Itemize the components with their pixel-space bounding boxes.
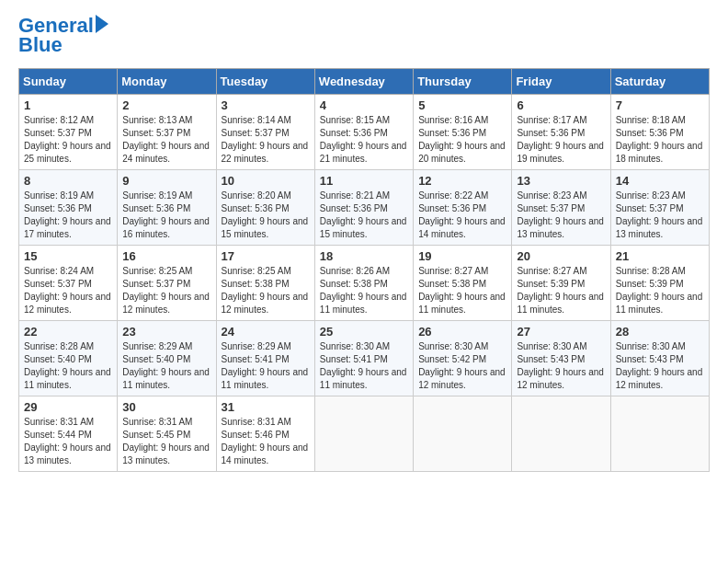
- cell-info: Sunrise: 8:31 AM Sunset: 5:46 PM Dayligh…: [222, 416, 310, 467]
- calendar-header-row: SundayMondayTuesdayWednesdayThursdayFrid…: [19, 69, 710, 95]
- calendar-day-cell: 22 Sunrise: 8:28 AM Sunset: 5:40 PM Dayl…: [19, 321, 118, 396]
- calendar-day-cell: 26 Sunrise: 8:30 AM Sunset: 5:42 PM Dayl…: [414, 321, 512, 396]
- day-number: 26: [418, 325, 506, 339]
- cell-info: Sunrise: 8:22 AM Sunset: 5:36 PM Dayligh…: [418, 190, 506, 241]
- calendar-day-cell: 10 Sunrise: 8:20 AM Sunset: 5:36 PM Dayl…: [216, 170, 314, 246]
- logo: General Blue: [18, 15, 108, 57]
- day-number: 7: [616, 98, 704, 112]
- weekday-header: Thursday: [414, 69, 512, 95]
- calendar-day-cell: 19 Sunrise: 8:27 AM Sunset: 5:38 PM Dayl…: [414, 246, 512, 321]
- calendar-day-cell: 31 Sunrise: 8:31 AM Sunset: 5:46 PM Dayl…: [216, 396, 314, 472]
- calendar-day-cell: 9 Sunrise: 8:19 AM Sunset: 5:36 PM Dayli…: [118, 170, 216, 246]
- day-number: 14: [616, 174, 704, 188]
- day-number: 22: [24, 325, 112, 339]
- calendar-day-cell: 23 Sunrise: 8:29 AM Sunset: 5:40 PM Dayl…: [118, 321, 216, 396]
- day-number: 15: [24, 249, 112, 263]
- calendar-day-cell: [610, 396, 709, 472]
- calendar-day-cell: 27 Sunrise: 8:30 AM Sunset: 5:43 PM Dayl…: [512, 321, 610, 396]
- calendar-day-cell: 13 Sunrise: 8:23 AM Sunset: 5:37 PM Dayl…: [512, 170, 610, 246]
- calendar-day-cell: 28 Sunrise: 8:30 AM Sunset: 5:43 PM Dayl…: [610, 321, 709, 396]
- calendar-day-cell: 2 Sunrise: 8:13 AM Sunset: 5:37 PM Dayli…: [118, 95, 216, 170]
- calendar-day-cell: 3 Sunrise: 8:14 AM Sunset: 5:37 PM Dayli…: [216, 95, 314, 170]
- calendar-day-cell: [314, 396, 413, 472]
- weekday-header: Friday: [512, 69, 610, 95]
- cell-info: Sunrise: 8:30 AM Sunset: 5:43 PM Dayligh…: [517, 340, 605, 392]
- cell-info: Sunrise: 8:28 AM Sunset: 5:39 PM Dayligh…: [616, 265, 704, 316]
- cell-info: Sunrise: 8:21 AM Sunset: 5:36 PM Dayligh…: [320, 190, 408, 241]
- cell-info: Sunrise: 8:27 AM Sunset: 5:38 PM Dayligh…: [418, 265, 506, 316]
- cell-info: Sunrise: 8:29 AM Sunset: 5:41 PM Dayligh…: [222, 340, 310, 392]
- cell-info: Sunrise: 8:13 AM Sunset: 5:37 PM Dayligh…: [122, 114, 210, 166]
- calendar-day-cell: 15 Sunrise: 8:24 AM Sunset: 5:37 PM Dayl…: [19, 246, 118, 321]
- day-number: 18: [320, 249, 408, 263]
- day-number: 19: [418, 249, 506, 263]
- day-number: 11: [320, 174, 408, 188]
- cell-info: Sunrise: 8:19 AM Sunset: 5:36 PM Dayligh…: [24, 190, 112, 241]
- calendar-day-cell: [512, 396, 610, 472]
- calendar-day-cell: 14 Sunrise: 8:23 AM Sunset: 5:37 PM Dayl…: [610, 170, 709, 246]
- day-number: 30: [122, 400, 210, 414]
- cell-info: Sunrise: 8:17 AM Sunset: 5:36 PM Dayligh…: [517, 114, 605, 166]
- cell-info: Sunrise: 8:30 AM Sunset: 5:42 PM Dayligh…: [418, 340, 506, 392]
- weekday-header: Monday: [118, 69, 216, 95]
- cell-info: Sunrise: 8:18 AM Sunset: 5:36 PM Dayligh…: [616, 114, 704, 166]
- day-number: 12: [418, 174, 506, 188]
- cell-info: Sunrise: 8:30 AM Sunset: 5:41 PM Dayligh…: [320, 340, 408, 392]
- weekday-header: Saturday: [610, 69, 709, 95]
- calendar-day-cell: 24 Sunrise: 8:29 AM Sunset: 5:41 PM Dayl…: [216, 321, 314, 396]
- day-number: 3: [222, 98, 310, 112]
- calendar-day-cell: 18 Sunrise: 8:26 AM Sunset: 5:38 PM Dayl…: [314, 246, 413, 321]
- calendar-day-cell: 1 Sunrise: 8:12 AM Sunset: 5:37 PM Dayli…: [19, 95, 118, 170]
- logo-arrow-icon: [96, 15, 108, 33]
- day-number: 17: [222, 249, 310, 263]
- cell-info: Sunrise: 8:27 AM Sunset: 5:39 PM Dayligh…: [517, 265, 605, 316]
- cell-info: Sunrise: 8:26 AM Sunset: 5:38 PM Dayligh…: [320, 265, 408, 316]
- calendar-day-cell: [414, 396, 512, 472]
- calendar-day-cell: 17 Sunrise: 8:25 AM Sunset: 5:38 PM Dayl…: [216, 246, 314, 321]
- calendar-week-row: 1 Sunrise: 8:12 AM Sunset: 5:37 PM Dayli…: [19, 95, 710, 170]
- day-number: 13: [517, 174, 605, 188]
- day-number: 9: [122, 174, 210, 188]
- page-container: General Blue SundayMondayTuesdayWednesda…: [0, 0, 728, 481]
- cell-info: Sunrise: 8:16 AM Sunset: 5:36 PM Dayligh…: [418, 114, 506, 166]
- cell-info: Sunrise: 8:30 AM Sunset: 5:43 PM Dayligh…: [616, 340, 704, 392]
- day-number: 1: [24, 98, 112, 112]
- weekday-header: Tuesday: [216, 69, 314, 95]
- cell-info: Sunrise: 8:31 AM Sunset: 5:44 PM Dayligh…: [24, 416, 112, 467]
- cell-info: Sunrise: 8:24 AM Sunset: 5:37 PM Dayligh…: [24, 265, 112, 316]
- cell-info: Sunrise: 8:23 AM Sunset: 5:37 PM Dayligh…: [616, 190, 704, 241]
- day-number: 16: [122, 249, 210, 263]
- cell-info: Sunrise: 8:25 AM Sunset: 5:38 PM Dayligh…: [222, 265, 310, 316]
- cell-info: Sunrise: 8:20 AM Sunset: 5:36 PM Dayligh…: [222, 190, 310, 241]
- calendar-day-cell: 25 Sunrise: 8:30 AM Sunset: 5:41 PM Dayl…: [314, 321, 413, 396]
- day-number: 21: [616, 249, 704, 263]
- calendar-table: SundayMondayTuesdayWednesdayThursdayFrid…: [18, 68, 710, 472]
- day-number: 31: [222, 400, 310, 414]
- cell-info: Sunrise: 8:19 AM Sunset: 5:36 PM Dayligh…: [122, 190, 210, 241]
- cell-info: Sunrise: 8:28 AM Sunset: 5:40 PM Dayligh…: [24, 340, 112, 392]
- calendar-week-row: 29 Sunrise: 8:31 AM Sunset: 5:44 PM Dayl…: [19, 396, 710, 472]
- day-number: 23: [122, 325, 210, 339]
- calendar-day-cell: 12 Sunrise: 8:22 AM Sunset: 5:36 PM Dayl…: [414, 170, 512, 246]
- day-number: 6: [517, 98, 605, 112]
- cell-info: Sunrise: 8:29 AM Sunset: 5:40 PM Dayligh…: [122, 340, 210, 392]
- calendar-day-cell: 20 Sunrise: 8:27 AM Sunset: 5:39 PM Dayl…: [512, 246, 610, 321]
- weekday-header: Sunday: [19, 69, 118, 95]
- calendar-day-cell: 7 Sunrise: 8:18 AM Sunset: 5:36 PM Dayli…: [610, 95, 709, 170]
- day-number: 8: [24, 174, 112, 188]
- day-number: 27: [517, 325, 605, 339]
- calendar-week-row: 22 Sunrise: 8:28 AM Sunset: 5:40 PM Dayl…: [19, 321, 710, 396]
- day-number: 24: [222, 325, 310, 339]
- calendar-day-cell: 16 Sunrise: 8:25 AM Sunset: 5:37 PM Dayl…: [118, 246, 216, 321]
- day-number: 28: [616, 325, 704, 339]
- calendar-day-cell: 11 Sunrise: 8:21 AM Sunset: 5:36 PM Dayl…: [314, 170, 413, 246]
- cell-info: Sunrise: 8:23 AM Sunset: 5:37 PM Dayligh…: [517, 190, 605, 241]
- calendar-day-cell: 29 Sunrise: 8:31 AM Sunset: 5:44 PM Dayl…: [19, 396, 118, 472]
- day-number: 5: [418, 98, 506, 112]
- cell-info: Sunrise: 8:14 AM Sunset: 5:37 PM Dayligh…: [222, 114, 310, 166]
- weekday-header: Wednesday: [314, 69, 413, 95]
- cell-info: Sunrise: 8:15 AM Sunset: 5:36 PM Dayligh…: [320, 114, 408, 166]
- day-number: 10: [222, 174, 310, 188]
- cell-info: Sunrise: 8:31 AM Sunset: 5:45 PM Dayligh…: [122, 416, 210, 467]
- page-header: General Blue: [18, 15, 710, 57]
